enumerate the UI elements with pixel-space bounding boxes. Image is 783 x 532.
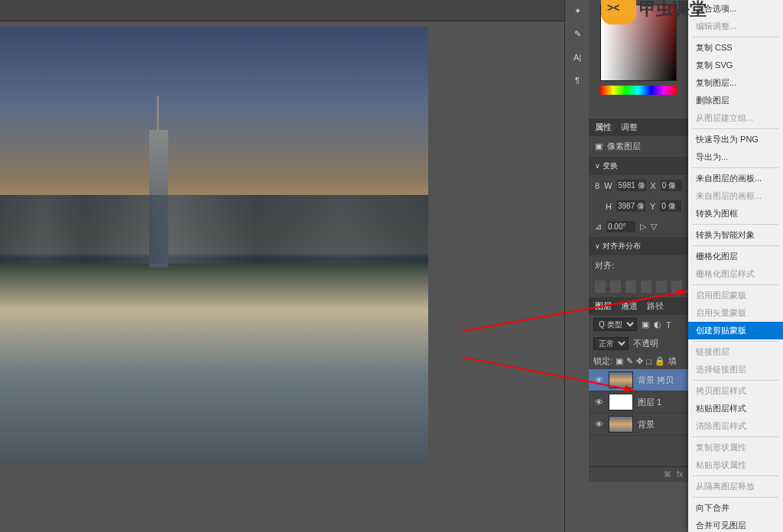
transform-section[interactable]: 变换 — [589, 157, 688, 175]
link-icon[interactable]: 8 — [595, 181, 599, 190]
menu-item: 清除图层样式 — [688, 417, 783, 435]
h-label: H — [606, 202, 612, 211]
tab-layers[interactable]: 图层 — [595, 300, 612, 312]
char-panel-icon[interactable]: A| — [565, 46, 590, 69]
menu-item[interactable]: 合并可见图层 — [688, 517, 783, 532]
align-label: 对齐: — [595, 260, 614, 271]
lock-artboard-icon[interactable]: □ — [646, 357, 651, 366]
layer-thumbnail[interactable] — [609, 394, 633, 410]
hue-slider[interactable] — [600, 86, 677, 95]
width-row: 8 W X — [589, 175, 688, 196]
watermark: >< 甲虫课堂 — [601, 0, 707, 24]
layer-context-menu[interactable]: 混合选项...编辑调整...复制 CSS复制 SVG复制图层...删除图层从图层… — [688, 0, 783, 532]
lock-all-icon[interactable]: ▣ — [616, 356, 623, 366]
menu-item: 粘贴形状属性 — [688, 456, 783, 474]
layer-row[interactable]: 👁背景 — [589, 414, 688, 436]
menu-item: 从隔离图层释放 — [688, 478, 783, 495]
align-top-icon[interactable] — [641, 281, 651, 293]
blend-mode-select[interactable]: 正常 — [593, 337, 629, 350]
menu-item[interactable]: 导出为... — [688, 148, 783, 166]
layers-bottom-bar: ⌘ fx — [589, 466, 688, 482]
y-input[interactable] — [660, 200, 681, 212]
menu-separator — [693, 284, 778, 285]
y-label: Y — [650, 202, 655, 211]
lock-label: 锁定: — [593, 355, 612, 367]
x-input[interactable] — [661, 180, 682, 191]
blend-opacity-bar: 正常 不透明 — [589, 334, 688, 353]
brush-icon[interactable]: ✦ — [565, 0, 590, 23]
menu-item[interactable]: 转换为智能对象 — [688, 226, 783, 244]
visibility-icon[interactable]: 👁 — [593, 397, 604, 407]
angle-row: ⊿ ▷ ▽ — [589, 216, 688, 237]
layer-list: 👁背景 拷贝👁图层 1👁背景 — [589, 369, 688, 436]
layer-name[interactable]: 背景 — [638, 419, 655, 430]
menu-item[interactable]: 快速导出为 PNG — [688, 131, 783, 148]
layer-kind-filter[interactable]: Q 类型 — [593, 318, 637, 331]
properties-tabs[interactable]: 属性 调整 — [589, 118, 688, 136]
link-layers-icon[interactable]: ⌘ — [662, 470, 673, 481]
tab-adjustments[interactable]: 调整 — [621, 122, 638, 133]
tab-channels[interactable]: 通道 — [621, 300, 638, 312]
align-hcenter-icon[interactable] — [610, 281, 621, 293]
layer-row[interactable]: 👁图层 1 — [589, 391, 688, 414]
menu-separator — [693, 497, 778, 498]
width-input[interactable] — [617, 180, 646, 191]
fx-icon[interactable]: fx — [674, 470, 685, 481]
visibility-icon[interactable]: 👁 — [593, 420, 604, 429]
menu-separator — [693, 128, 778, 129]
pixel-layer-label: 像素图层 — [607, 141, 641, 152]
w-label: W — [604, 181, 612, 190]
menu-item[interactable]: 复制 CSS — [688, 39, 783, 57]
menu-separator — [693, 475, 778, 476]
height-input[interactable] — [616, 200, 645, 212]
layer-thumbnail[interactable] — [609, 371, 633, 388]
align-vcenter-icon[interactable] — [656, 281, 667, 293]
document-canvas[interactable] — [0, 27, 428, 470]
tab-paths[interactable]: 路径 — [647, 300, 664, 312]
opacity-label: 不透明 — [633, 338, 658, 349]
menu-item[interactable]: 向下合并 — [688, 499, 783, 517]
align-right-icon[interactable] — [625, 281, 636, 293]
layer-name[interactable]: 背景 拷贝 — [638, 375, 674, 386]
visibility-icon[interactable]: 👁 — [593, 375, 604, 384]
filter-text-icon[interactable]: T — [666, 320, 671, 329]
layer-type-row: ▣ 像素图层 — [589, 136, 688, 157]
lock-bar: 锁定: ▣ ✎ ✥ □ 🔒 填 — [589, 353, 688, 369]
layer-row[interactable]: 👁背景 拷贝 — [589, 369, 688, 391]
menu-item[interactable]: 创建剪贴蒙版 — [688, 322, 783, 339]
align-label-row: 对齐: — [589, 255, 688, 276]
menu-item: 启用图层蒙版 — [688, 287, 783, 304]
image-content — [0, 27, 428, 462]
layer-name[interactable]: 图层 1 — [638, 397, 661, 408]
menu-item[interactable]: 复制 SVG — [688, 57, 783, 74]
layer-thumbnail[interactable] — [609, 416, 633, 433]
menu-item[interactable]: 复制图层... — [688, 74, 783, 92]
layers-panel: 图层 通道 路径 Q 类型 ▣ ◐ T 正常 不透明 锁定: ▣ ✎ ✥ □ 🔒… — [589, 297, 688, 482]
menu-item[interactable]: 粘贴图层样式 — [688, 400, 783, 417]
collapsed-panel-dock[interactable]: ✦ ✎ A| ¶ — [564, 0, 589, 532]
align-left-icon[interactable] — [595, 281, 606, 293]
layers-tabs[interactable]: 图层 通道 路径 — [589, 297, 688, 315]
options-bar — [0, 0, 589, 21]
lock-position-icon[interactable]: ✥ — [636, 356, 643, 366]
filter-adjust-icon[interactable]: ◐ — [654, 320, 661, 329]
menu-item[interactable]: 栅格化图层 — [688, 248, 783, 265]
menu-item[interactable]: 删除图层 — [688, 92, 783, 109]
menu-separator — [693, 224, 778, 225]
x-label: X — [651, 181, 656, 190]
tab-properties[interactable]: 属性 — [595, 122, 612, 133]
menu-item[interactable]: 转换为图框 — [688, 205, 783, 222]
flip-h-icon[interactable]: ▷ — [640, 222, 646, 232]
angle-input[interactable] — [606, 221, 635, 232]
paragraph-panel-icon[interactable]: ¶ — [565, 69, 590, 92]
flip-v-icon[interactable]: ▽ — [651, 222, 657, 232]
right-panels: 属性 调整 ▣ 像素图层 变换 8 W X H Y ⊿ ▷ ▽ 对齐并分布 — [589, 0, 688, 532]
align-section[interactable]: 对齐并分布 — [589, 237, 688, 255]
lock-pixels-icon[interactable]: ✎ — [626, 356, 633, 366]
align-bottom-icon[interactable] — [671, 281, 682, 293]
menu-item[interactable]: 来自图层的画板... — [688, 170, 783, 187]
clone-icon[interactable]: ✎ — [565, 23, 590, 46]
filter-image-icon[interactable]: ▣ — [642, 320, 649, 329]
menu-item: 栅格化图层样式 — [688, 265, 783, 283]
lock-icon[interactable]: 🔒 — [655, 356, 665, 366]
